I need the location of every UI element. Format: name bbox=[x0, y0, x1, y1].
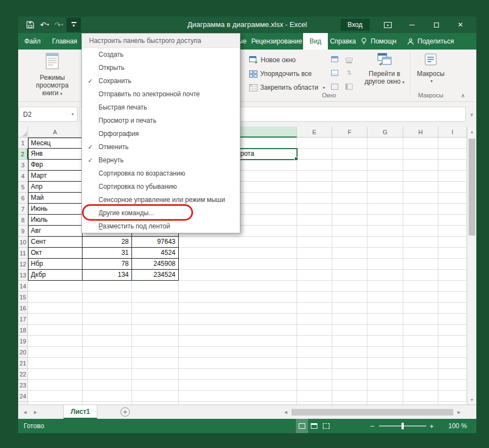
unhide-window-button[interactable] bbox=[329, 81, 340, 92]
cell-I9[interactable] bbox=[438, 226, 467, 237]
menu-item[interactable]: Разместить под лентой bbox=[82, 220, 240, 233]
row-header-15[interactable]: 15 bbox=[18, 292, 28, 303]
cell-H21[interactable] bbox=[403, 358, 438, 369]
save-button[interactable] bbox=[24, 18, 37, 32]
column-header-G[interactable]: G bbox=[367, 127, 403, 138]
scroll-up-icon[interactable]: ▲ bbox=[468, 127, 476, 136]
cell-F2[interactable] bbox=[332, 149, 367, 160]
assistant-button[interactable]: Помощн bbox=[360, 33, 397, 50]
workbook-views-button[interactable]: Режимы просмотра книги▾ bbox=[25, 52, 80, 98]
cell-C15[interactable] bbox=[132, 292, 179, 303]
cell-F4[interactable] bbox=[332, 171, 367, 182]
cell-I24[interactable] bbox=[438, 391, 467, 402]
tab-home[interactable]: Главная bbox=[47, 33, 83, 50]
cell-E15[interactable] bbox=[297, 292, 332, 303]
cell-B11[interactable]: 31 bbox=[83, 248, 132, 259]
cell-F8[interactable] bbox=[332, 215, 367, 226]
row-header-14[interactable]: 14 bbox=[18, 281, 28, 292]
cell-F3[interactable] bbox=[332, 160, 367, 171]
ribbon-display-options-button[interactable]: ▴ bbox=[380, 17, 396, 33]
cell-F5[interactable] bbox=[332, 182, 367, 193]
row-header-18[interactable]: 18 bbox=[18, 325, 28, 336]
cell-G13[interactable] bbox=[367, 270, 403, 281]
cell-B17[interactable] bbox=[83, 314, 132, 325]
cell-F14[interactable] bbox=[332, 281, 367, 292]
cell-G18[interactable] bbox=[367, 325, 403, 336]
cell-B12[interactable]: 78 bbox=[83, 259, 132, 270]
cell-A24[interactable] bbox=[28, 391, 83, 402]
reset-window-position-button[interactable] bbox=[343, 81, 355, 92]
cell-G20[interactable] bbox=[367, 347, 403, 358]
cell-E16[interactable] bbox=[297, 303, 332, 314]
arrange-all-button[interactable]: Упорядочить все bbox=[249, 68, 312, 80]
cell-I17[interactable] bbox=[438, 314, 467, 325]
cell-H5[interactable] bbox=[403, 182, 438, 193]
cell-A22[interactable] bbox=[28, 369, 83, 380]
cell-A11[interactable]: Окт bbox=[28, 248, 83, 259]
cell-D15[interactable] bbox=[179, 292, 297, 303]
cell-A10[interactable]: Сент bbox=[28, 237, 83, 248]
zoom-in-button[interactable]: + bbox=[430, 419, 434, 433]
undo-button[interactable]: ↶▾ bbox=[38, 18, 51, 32]
cell-H12[interactable] bbox=[403, 259, 438, 270]
cell-A19[interactable] bbox=[28, 336, 83, 347]
cell-F15[interactable] bbox=[332, 292, 367, 303]
cell-F1[interactable] bbox=[332, 138, 367, 149]
cell-H8[interactable] bbox=[403, 215, 438, 226]
column-header-E[interactable]: E bbox=[297, 127, 332, 138]
zoom-slider-thumb[interactable] bbox=[402, 423, 404, 429]
row-header-3[interactable]: 3 bbox=[18, 160, 28, 171]
cell-G21[interactable] bbox=[367, 358, 403, 369]
cell-E5[interactable] bbox=[297, 182, 332, 193]
cell-E7[interactable] bbox=[297, 204, 332, 215]
row-header-22[interactable]: 22 bbox=[18, 369, 28, 380]
cell-C22[interactable] bbox=[132, 369, 179, 380]
row-header-17[interactable]: 17 bbox=[18, 314, 28, 325]
cell-G23[interactable] bbox=[367, 380, 403, 391]
menu-item[interactable]: Просмотр и печать bbox=[82, 114, 240, 127]
cell-C12[interactable]: 245908 bbox=[132, 259, 179, 270]
close-button[interactable]: ✕ bbox=[452, 17, 469, 33]
cell-I15[interactable] bbox=[438, 292, 467, 303]
row-header-16[interactable]: 16 bbox=[18, 303, 28, 314]
cell-I19[interactable] bbox=[438, 336, 467, 347]
cell-I2[interactable] bbox=[438, 149, 467, 160]
cell-C16[interactable] bbox=[132, 303, 179, 314]
cell-E20[interactable] bbox=[297, 347, 332, 358]
cell-D13[interactable] bbox=[179, 270, 297, 281]
customize-quick-access-button[interactable]: ▾ bbox=[67, 18, 81, 32]
cell-F13[interactable] bbox=[332, 270, 367, 281]
cell-A2[interactable]: Янв bbox=[28, 149, 83, 160]
name-box[interactable]: D2 ▾ bbox=[18, 107, 78, 122]
cell-I18[interactable] bbox=[438, 325, 467, 336]
cell-E12[interactable] bbox=[297, 259, 332, 270]
row-header-11[interactable]: 11 bbox=[18, 248, 28, 259]
cell-D23[interactable] bbox=[179, 380, 297, 391]
cell-B15[interactable] bbox=[83, 292, 132, 303]
row-header-8[interactable]: 8 bbox=[18, 215, 28, 226]
cell-D17[interactable] bbox=[179, 314, 297, 325]
page-layout-view-button[interactable] bbox=[308, 419, 320, 433]
row-header-6[interactable]: 6 bbox=[18, 193, 28, 204]
cell-I6[interactable] bbox=[438, 193, 467, 204]
cell-I10[interactable] bbox=[438, 237, 467, 248]
macros-button[interactable]: Макросы ▾ bbox=[414, 53, 448, 85]
cell-E14[interactable] bbox=[297, 281, 332, 292]
minimize-button[interactable] bbox=[404, 17, 420, 33]
row-header-20[interactable]: 20 bbox=[18, 347, 28, 358]
cell-I7[interactable] bbox=[438, 204, 467, 215]
cell-D11[interactable] bbox=[179, 248, 297, 259]
cell-H14[interactable] bbox=[403, 281, 438, 292]
cell-G7[interactable] bbox=[367, 204, 403, 215]
cell-E3[interactable] bbox=[297, 160, 332, 171]
cell-A6[interactable]: Май bbox=[28, 193, 83, 204]
cell-F18[interactable] bbox=[332, 325, 367, 336]
cell-H15[interactable] bbox=[403, 292, 438, 303]
cell-H7[interactable] bbox=[403, 204, 438, 215]
cell-C20[interactable] bbox=[132, 347, 179, 358]
cell-H10[interactable] bbox=[403, 237, 438, 248]
cell-G15[interactable] bbox=[367, 292, 403, 303]
cell-A1[interactable]: Месяц bbox=[28, 138, 83, 149]
cell-E21[interactable] bbox=[297, 358, 332, 369]
row-header-10[interactable]: 10 bbox=[18, 237, 28, 248]
